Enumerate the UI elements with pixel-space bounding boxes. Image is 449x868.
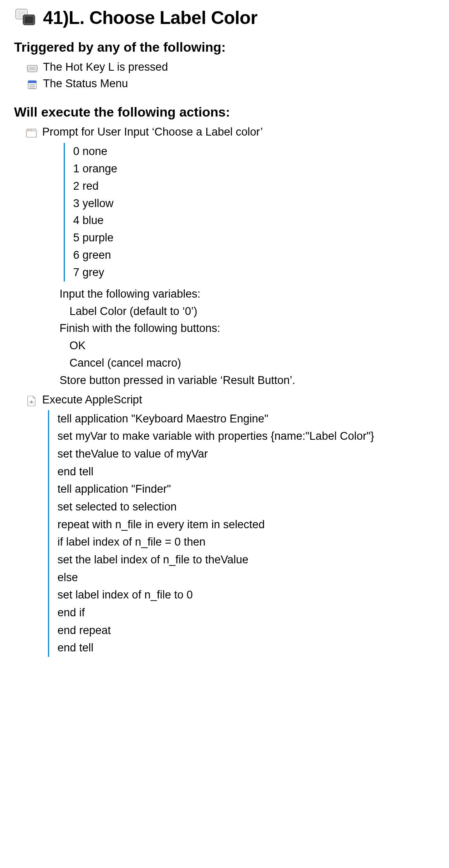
svg-rect-4 — [29, 67, 36, 70]
prompt-option: 6 green — [73, 247, 435, 264]
prompt-option: 7 grey — [73, 264, 435, 281]
action-applescript-title: Execute AppleScript — [42, 393, 142, 406]
script-line: tell application "Finder" — [57, 480, 435, 498]
prompt-option: 3 yellow — [73, 195, 435, 212]
triggers-heading: Triggered by any of the following: — [14, 40, 435, 55]
prompt-option: 0 none — [73, 143, 435, 160]
script-line: tell application "Keyboard Maestro Engin… — [57, 410, 435, 428]
svg-point-13 — [29, 130, 30, 131]
script-line: else — [57, 569, 435, 587]
script-line: set myVar to make variable with properti… — [57, 427, 435, 445]
actions-heading: Will execute the following actions: — [14, 105, 435, 120]
input-variables-label: Input the following variables: — [60, 286, 435, 303]
window-icon — [26, 127, 37, 139]
finish-buttons-label: Finish with the following buttons: — [60, 320, 435, 337]
finish-button: Cancel (cancel macro) — [60, 355, 435, 372]
action-prompt-title: Prompt for User Input ‘Choose a Label co… — [42, 126, 263, 138]
trigger-item: The Hot Key L is pressed — [14, 59, 435, 76]
keyboard-icon — [26, 62, 38, 74]
script-line: set theValue to value of myVar — [57, 445, 435, 463]
status-menu-icon — [26, 79, 38, 91]
svg-rect-3 — [25, 17, 33, 23]
trigger-item: The Status Menu — [14, 76, 435, 92]
trigger-label: The Hot Key L is pressed — [43, 61, 168, 74]
script-file-icon — [26, 395, 37, 407]
finish-button: OK — [60, 337, 435, 355]
script-line: set label index of n_file to 0 — [57, 586, 435, 604]
prompt-option: 4 blue — [73, 212, 435, 229]
script-line: end repeat — [57, 622, 435, 639]
prompt-options-block: 0 none 1 orange 2 red 3 yellow 4 blue 5 … — [64, 143, 435, 281]
macro-icon — [14, 8, 37, 28]
script-line: end if — [57, 604, 435, 622]
applescript-code-block: tell application "Keyboard Maestro Engin… — [48, 410, 435, 657]
script-line: end tell — [57, 463, 435, 481]
script-line: if label index of n_file = 0 then — [57, 533, 435, 551]
prompt-option: 2 red — [73, 178, 435, 195]
prompt-option: 5 purple — [73, 229, 435, 247]
action-prompt: Prompt for User Input ‘Choose a Label co… — [14, 124, 435, 141]
script-line: repeat with n_file in every item in sele… — [57, 516, 435, 534]
store-button-label: Store button pressed in variable ‘Result… — [60, 372, 435, 389]
macro-title: 41)L. Choose Label Color — [43, 7, 258, 28]
svg-point-12 — [28, 130, 29, 131]
action-applescript: Execute AppleScript — [14, 392, 435, 408]
script-line: set selected to selection — [57, 498, 435, 516]
svg-rect-6 — [28, 81, 36, 83]
input-variable: Label Color (default to ‘0’) — [60, 303, 435, 320]
prompt-option: 1 orange — [73, 160, 435, 178]
svg-point-14 — [31, 130, 32, 131]
script-line: set the label index of n_file to theValu… — [57, 551, 435, 569]
macro-title-row: 41)L. Choose Label Color — [14, 7, 435, 28]
trigger-label: The Status Menu — [43, 77, 128, 90]
script-line: end tell — [57, 639, 435, 657]
